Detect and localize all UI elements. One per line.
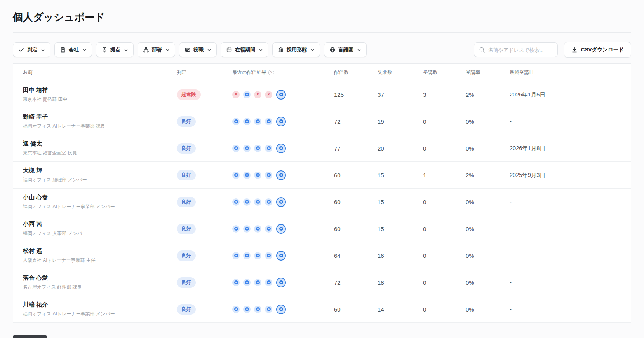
last-course-date: - [510, 279, 631, 285]
filter-department-button[interactable]: 部署 [138, 42, 175, 57]
result-success-icon [254, 172, 261, 179]
column-header: 配信数 [334, 69, 378, 76]
column-header-label: 配信数 [334, 69, 349, 76]
result-fail-icon: ✕ [265, 91, 272, 98]
table-row[interactable]: 野崎 幸子福岡オフィス AIトレーナー事業部 課長良好721900%- [13, 108, 631, 135]
column-header: 失敗数 [378, 69, 423, 76]
filter-language-button[interactable]: 言語圏 [324, 42, 367, 57]
column-header: 判定 [177, 69, 232, 76]
name-cell: 落合 心愛名古屋オフィス 経理部 課長 [23, 274, 177, 291]
toolbar: 判定会社拠点部署役職在籍期間採用形態言語圏 CSVダウンロード [13, 42, 631, 58]
last-course-date: - [510, 306, 631, 312]
result-success-icon [254, 118, 261, 125]
table-row[interactable]: 迎 健太東京本社 経営企画室 役員良好772000%2026年1月8日 [13, 135, 631, 162]
last-course-date: 2026年1月5日 [510, 91, 631, 98]
course-count: 0 [423, 199, 466, 205]
course-count: 3 [423, 91, 466, 98]
result-success-icon [243, 118, 251, 125]
chevron-down-icon [124, 48, 128, 52]
table-header-row: 名前判定最近の配信結果?配信数失敗数受講数受講率最終受講日 [13, 64, 631, 81]
employee-name: 迎 健太 [23, 140, 177, 147]
search-input[interactable] [488, 47, 553, 53]
filter-label: 部署 [152, 46, 162, 53]
delivery-count: 64 [334, 252, 378, 259]
column-header: 受講率 [466, 69, 510, 76]
result-latest-icon [276, 251, 286, 261]
table-row[interactable]: 田中 靖祥東京本社 開発部 田中超危険✕✕✕1253732%2026年1月5日 [13, 81, 631, 108]
employee-name: 小西 茜 [23, 221, 177, 228]
filter-judgment-button[interactable]: 判定 [13, 42, 50, 57]
table-row[interactable]: 小西 茜福岡オフィス 人事部 メンバー良好601500%- [13, 215, 631, 242]
filter-label: 言語圏 [338, 46, 353, 53]
filter-label: 判定 [27, 46, 37, 53]
table-row[interactable]: 大槻 輝福岡オフィス 経理部 メンバー良好601512%2025年9月3日 [13, 162, 631, 189]
column-header: 最近の配信結果? [232, 69, 334, 76]
judgment-badge: 良好 [177, 143, 196, 154]
course-count: 0 [423, 226, 466, 232]
filter-company-button[interactable]: 会社 [54, 42, 92, 57]
pin-icon [101, 47, 108, 53]
failure-count: 20 [378, 145, 423, 152]
help-icon[interactable]: ? [268, 70, 274, 75]
result-success-icon [243, 91, 251, 98]
failure-count: 15 [378, 172, 423, 179]
name-cell: 田中 靖祥東京本社 開発部 田中 [23, 86, 177, 103]
recent-delivery-results [232, 197, 334, 207]
name-cell: 川端 祐介福岡オフィス AIトレーナー事業部 メンバー [23, 301, 177, 317]
filter-label: 拠点 [110, 46, 120, 53]
column-header-label: 失敗数 [378, 69, 392, 76]
csv-download-button[interactable]: CSVダウンロード [564, 42, 631, 58]
course-count: 0 [423, 118, 466, 125]
result-success-icon [243, 198, 251, 206]
result-success-icon [232, 145, 240, 152]
result-success-icon [243, 306, 251, 313]
result-success-icon [243, 172, 251, 179]
column-header: 最終受講日 [510, 69, 631, 76]
course-rate: 2% [466, 172, 510, 179]
chevron-down-icon [310, 48, 315, 52]
chevron-down-icon [357, 48, 361, 52]
result-latest-icon [276, 278, 286, 287]
course-count: 1 [423, 172, 466, 179]
download-icon [571, 47, 578, 53]
search-icon [479, 47, 485, 53]
search-box[interactable] [474, 42, 558, 57]
judgment-badge: 良好 [177, 197, 196, 207]
table-row[interactable]: 川端 祐介福岡オフィス AIトレーナー事業部 メンバー良好601400%- [13, 296, 631, 323]
result-success-icon [232, 306, 240, 313]
table-row[interactable]: 松村 遥大阪支社 AIトレーナー事業部 主任良好641600%- [13, 242, 631, 269]
employee-name: 野崎 幸子 [23, 113, 177, 121]
filter-location-button[interactable]: 拠点 [96, 42, 134, 57]
result-success-icon [232, 252, 240, 259]
filter-tenure-button[interactable]: 在籍期間 [221, 42, 268, 57]
last-course-date: - [510, 199, 631, 205]
chevron-down-icon [259, 48, 263, 52]
result-success-icon [254, 198, 261, 206]
failure-count: 18 [378, 279, 423, 286]
failure-count: 15 [378, 226, 423, 232]
column-header-label: 最近の配信結果 [232, 69, 266, 76]
result-success-icon [232, 172, 240, 179]
table-row[interactable]: 小山 心春福岡オフィス AIトレーナー事業部 メンバー良好601500%- [13, 189, 631, 215]
result-success-icon [232, 225, 240, 233]
employee-name: 小山 心春 [23, 194, 177, 201]
course-rate: 0% [466, 252, 510, 259]
recent-delivery-results [232, 170, 334, 180]
table-row[interactable]: 落合 心愛名古屋オフィス 経理部 課長良好721800%- [13, 269, 631, 296]
employee-affiliation: 福岡オフィス AIトレーナー事業部 メンバー [23, 203, 177, 210]
delivery-count: 60 [334, 172, 378, 179]
filter-label: 採用形態 [287, 46, 307, 53]
filter-position-button[interactable]: 役職 [179, 42, 217, 57]
check-icon [18, 47, 24, 53]
result-success-icon [254, 225, 261, 233]
course-rate: 0% [466, 118, 510, 125]
employee-table: 名前判定最近の配信結果?配信数失敗数受講数受講率最終受講日 田中 靖祥東京本社 … [13, 63, 631, 323]
name-cell: 迎 健太東京本社 経営企画室 役員 [23, 140, 177, 156]
result-success-icon [265, 252, 272, 259]
filter-employment-button[interactable]: 採用形態 [272, 42, 320, 57]
delivery-count: 77 [334, 145, 378, 152]
column-header-label: 名前 [23, 69, 33, 76]
result-latest-icon [276, 197, 286, 207]
partial-bottom-element [13, 335, 47, 338]
failure-count: 14 [378, 306, 423, 313]
